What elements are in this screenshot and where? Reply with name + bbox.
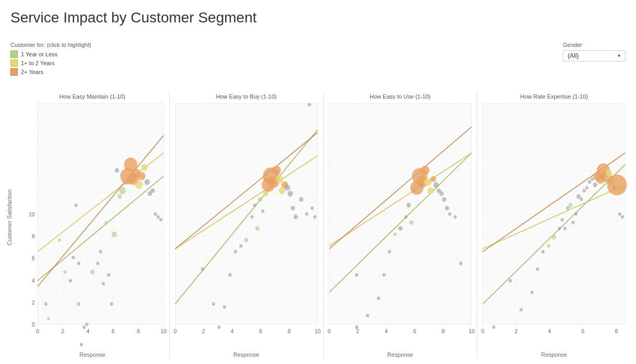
legend-item-2[interactable]: 2+ Years	[10, 68, 91, 76]
chart-4-title: How Rate Expertise (1-10)	[477, 91, 631, 101]
svg-point-232	[492, 325, 496, 329]
svg-point-208	[558, 227, 561, 230]
svg-point-154	[398, 226, 402, 231]
svg-point-221	[593, 183, 597, 187]
svg-point-112	[285, 185, 290, 191]
svg-point-21	[58, 238, 61, 242]
svg-point-50	[154, 212, 157, 216]
legend-swatch-0	[10, 51, 18, 58]
svg-point-166	[433, 182, 438, 188]
svg-text:4: 4	[32, 277, 35, 283]
y-axis-label-container: Customer Satisfaction	[4, 91, 15, 343]
gender-select[interactable]: (All) Male Female	[563, 50, 626, 62]
svg-point-155	[404, 215, 407, 219]
svg-point-47	[145, 179, 150, 185]
svg-text:4: 4	[87, 327, 90, 334]
legend-item-1[interactable]: 1+ to 2 Years	[10, 59, 91, 67]
chart-4-x-label: Response	[477, 350, 631, 359]
chart-4-svg: 0 2 4 6 8	[477, 101, 631, 350]
svg-point-22	[63, 270, 66, 274]
svg-point-150	[376, 296, 380, 300]
svg-point-57	[47, 317, 50, 320]
svg-point-26	[80, 343, 83, 347]
svg-point-172	[453, 215, 456, 219]
svg-point-102	[258, 197, 262, 202]
svg-point-209	[561, 218, 564, 222]
svg-point-204	[536, 268, 539, 271]
chart-3-x-label: Response	[324, 350, 477, 359]
gender-filter: Gender (All) Male Female	[563, 42, 626, 62]
main-content: Customer Satisfaction How Easy Maintain …	[16, 91, 631, 359]
svg-point-212	[568, 203, 572, 208]
svg-text:0: 0	[481, 327, 485, 334]
chart-3-title: How Easy to Use (1-10)	[324, 91, 477, 101]
chart-2-svg: 0 2 4 6 8 10	[170, 101, 323, 350]
svg-text:4: 4	[230, 327, 233, 334]
svg-text:10: 10	[29, 211, 35, 217]
svg-point-207	[552, 235, 556, 239]
svg-point-116	[299, 197, 303, 202]
legend-swatch-2	[10, 68, 18, 76]
svg-text:8: 8	[32, 233, 35, 239]
svg-text:0: 0	[173, 327, 176, 334]
svg-point-162	[420, 166, 429, 175]
svg-point-165	[430, 176, 435, 182]
svg-point-28	[90, 270, 95, 274]
svg-point-108	[272, 166, 281, 175]
svg-point-169	[442, 197, 446, 202]
svg-text:4: 4	[548, 327, 551, 334]
svg-point-52	[159, 218, 162, 222]
page-title: Service Impact by Customer Segment	[0, 0, 636, 30]
svg-rect-0	[38, 104, 163, 324]
svg-point-27	[85, 323, 88, 326]
svg-point-118	[308, 103, 311, 106]
legend-swatch-1	[10, 59, 18, 67]
legend-item-0[interactable]: 1 Year or Less	[10, 51, 91, 58]
svg-text:2: 2	[202, 327, 205, 334]
svg-point-114	[291, 206, 295, 211]
legend-label-1: 1+ to 2 Years	[21, 60, 55, 66]
svg-point-231	[621, 215, 624, 219]
svg-point-101	[255, 226, 259, 231]
svg-point-213	[572, 221, 575, 225]
svg-text:10: 10	[468, 327, 475, 334]
chart-2-title: How Easy to Buy (1-10)	[170, 91, 323, 101]
svg-point-205	[541, 250, 545, 253]
svg-text:0: 0	[327, 327, 331, 334]
svg-point-51	[157, 215, 160, 219]
svg-point-94	[223, 305, 226, 309]
svg-point-214	[574, 212, 578, 216]
svg-text:10: 10	[314, 327, 321, 334]
svg-point-36	[115, 168, 119, 173]
svg-point-95	[228, 273, 231, 277]
svg-point-103	[261, 209, 264, 213]
svg-point-34	[110, 302, 113, 306]
legend-area: Customer for: (click to highlight) 1 Yea…	[10, 42, 91, 76]
chart-3-svg: 0 2 4 6 8 10	[324, 101, 477, 350]
svg-point-152	[387, 250, 391, 253]
gender-select-wrapper: (All) Male Female	[563, 50, 626, 62]
svg-point-32	[104, 221, 108, 225]
svg-point-25	[77, 302, 80, 306]
chart-1-svg: 0 2 4 6 8 10 0 2 4 6 8 10	[16, 101, 169, 350]
svg-text:2: 2	[515, 327, 518, 334]
svg-point-97	[239, 244, 242, 248]
svg-text:8: 8	[615, 327, 618, 334]
svg-point-98	[244, 238, 248, 242]
svg-text:4: 4	[384, 327, 387, 334]
svg-point-216	[580, 198, 583, 201]
svg-point-219	[588, 180, 591, 184]
svg-point-45	[138, 172, 146, 180]
svg-point-56	[44, 302, 48, 306]
svg-text:0: 0	[36, 327, 39, 334]
svg-text:6: 6	[112, 327, 115, 334]
svg-point-33	[107, 273, 110, 277]
svg-point-211	[566, 207, 569, 210]
svg-point-226	[606, 170, 613, 177]
chart-2-container: How Easy to Buy (1-10)	[170, 91, 324, 359]
svg-point-99	[250, 215, 253, 219]
chart-2-x-label: Response	[170, 350, 323, 359]
svg-point-148	[355, 273, 358, 277]
svg-point-230	[618, 212, 621, 216]
svg-point-55	[83, 325, 86, 329]
